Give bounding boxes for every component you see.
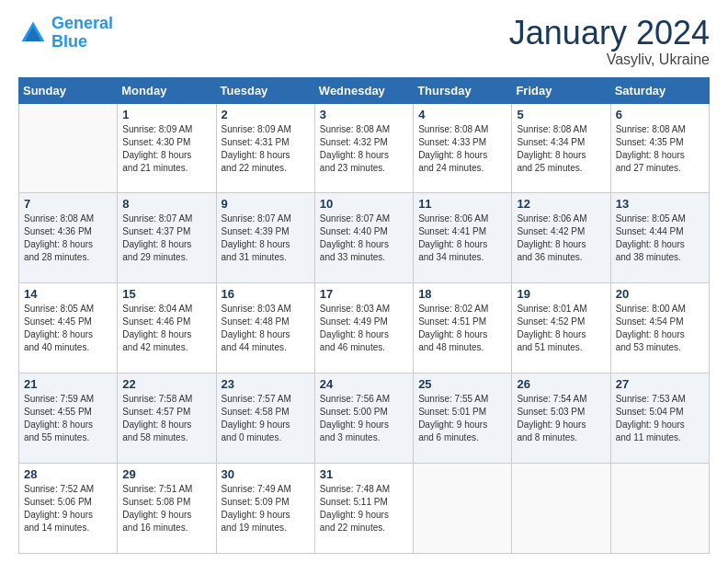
calendar-cell: 21Sunrise: 7:59 AM Sunset: 4:55 PM Dayli… [19, 373, 118, 464]
week-row-2: 7Sunrise: 8:08 AM Sunset: 4:36 PM Daylig… [19, 193, 710, 283]
day-info: Sunrise: 8:05 AM Sunset: 4:45 PM Dayligh… [24, 303, 112, 354]
calendar-cell: 3Sunrise: 8:08 AM Sunset: 4:32 PM Daylig… [314, 103, 413, 193]
day-number: 22 [122, 377, 210, 391]
calendar-cell: 25Sunrise: 7:55 AM Sunset: 5:01 PM Dayli… [414, 373, 512, 464]
calendar-cell: 1Sunrise: 8:09 AM Sunset: 4:30 PM Daylig… [118, 103, 216, 193]
day-number: 17 [320, 287, 408, 301]
calendar-cell: 14Sunrise: 8:05 AM Sunset: 4:45 PM Dayli… [19, 283, 118, 373]
day-number: 25 [418, 377, 506, 391]
calendar-cell [610, 464, 709, 554]
logo-text: General Blue [51, 15, 113, 52]
day-number: 18 [418, 287, 506, 301]
day-info: Sunrise: 8:04 AM Sunset: 4:46 PM Dayligh… [122, 303, 210, 354]
day-info: Sunrise: 7:56 AM Sunset: 5:00 PM Dayligh… [320, 393, 408, 444]
day-number: 1 [122, 108, 210, 121]
calendar-cell: 20Sunrise: 8:00 AM Sunset: 4:54 PM Dayli… [610, 283, 709, 373]
day-info: Sunrise: 8:03 AM Sunset: 4:49 PM Dayligh… [320, 303, 408, 354]
day-info: Sunrise: 7:58 AM Sunset: 4:57 PM Dayligh… [122, 393, 210, 444]
day-info: Sunrise: 7:48 AM Sunset: 5:11 PM Dayligh… [320, 483, 408, 534]
day-number: 27 [616, 377, 704, 391]
day-number: 29 [122, 467, 210, 481]
logo-line1: General [51, 14, 113, 32]
day-number: 3 [320, 108, 408, 121]
calendar-cell: 4Sunrise: 8:08 AM Sunset: 4:33 PM Daylig… [414, 103, 512, 193]
day-info: Sunrise: 8:06 AM Sunset: 4:41 PM Dayligh… [418, 213, 506, 264]
calendar-cell: 11Sunrise: 8:06 AM Sunset: 4:41 PM Dayli… [414, 193, 512, 283]
logo-line2: Blue [51, 32, 87, 51]
day-info: Sunrise: 8:09 AM Sunset: 4:30 PM Dayligh… [122, 123, 210, 175]
col-thursday: Thursday [414, 77, 512, 103]
day-number: 5 [517, 108, 605, 121]
day-info: Sunrise: 7:59 AM Sunset: 4:55 PM Dayligh… [24, 393, 112, 444]
day-number: 24 [320, 377, 408, 391]
day-info: Sunrise: 8:07 AM Sunset: 4:37 PM Dayligh… [122, 213, 210, 264]
day-info: Sunrise: 8:08 AM Sunset: 4:34 PM Dayligh… [517, 123, 605, 175]
day-number: 13 [616, 197, 704, 211]
calendar-cell: 22Sunrise: 7:58 AM Sunset: 4:57 PM Dayli… [118, 373, 216, 464]
calendar-cell: 12Sunrise: 8:06 AM Sunset: 4:42 PM Dayli… [512, 193, 610, 283]
day-info: Sunrise: 7:55 AM Sunset: 5:01 PM Dayligh… [418, 393, 506, 444]
logo: General Blue [18, 15, 113, 52]
calendar-cell: 8Sunrise: 8:07 AM Sunset: 4:37 PM Daylig… [118, 193, 216, 283]
day-number: 11 [418, 197, 506, 211]
subtitle: Vasyliv, Ukraine [509, 52, 710, 68]
calendar-cell: 16Sunrise: 8:03 AM Sunset: 4:48 PM Dayli… [216, 283, 314, 373]
day-number: 20 [616, 287, 704, 301]
week-row-4: 21Sunrise: 7:59 AM Sunset: 4:55 PM Dayli… [19, 373, 710, 464]
calendar-cell: 7Sunrise: 8:08 AM Sunset: 4:36 PM Daylig… [19, 193, 118, 283]
day-number: 28 [24, 467, 112, 481]
day-number: 14 [24, 287, 112, 301]
calendar-cell: 27Sunrise: 7:53 AM Sunset: 5:04 PM Dayli… [610, 373, 709, 464]
calendar-cell: 29Sunrise: 7:51 AM Sunset: 5:08 PM Dayli… [118, 464, 216, 554]
col-tuesday: Tuesday [216, 77, 314, 103]
day-number: 26 [517, 377, 605, 391]
day-info: Sunrise: 8:07 AM Sunset: 4:40 PM Dayligh… [320, 213, 408, 264]
day-number: 9 [222, 197, 310, 211]
calendar-cell: 23Sunrise: 7:57 AM Sunset: 4:58 PM Dayli… [216, 373, 314, 464]
calendar-cell [512, 464, 610, 554]
calendar-cell [19, 103, 118, 193]
day-info: Sunrise: 8:09 AM Sunset: 4:31 PM Dayligh… [222, 123, 310, 175]
calendar-cell: 10Sunrise: 8:07 AM Sunset: 4:40 PM Dayli… [314, 193, 413, 283]
day-info: Sunrise: 7:57 AM Sunset: 4:58 PM Dayligh… [222, 393, 310, 444]
calendar-table: Sunday Monday Tuesday Wednesday Thursday… [18, 77, 710, 554]
calendar-cell: 28Sunrise: 7:52 AM Sunset: 5:06 PM Dayli… [19, 464, 118, 554]
logo-icon [18, 18, 48, 48]
title-block: January 2024 Vasyliv, Ukraine [509, 15, 710, 68]
day-number: 15 [122, 287, 210, 301]
day-number: 7 [24, 197, 112, 211]
day-number: 19 [517, 287, 605, 301]
day-info: Sunrise: 8:08 AM Sunset: 4:36 PM Dayligh… [24, 213, 112, 264]
day-number: 23 [222, 377, 310, 391]
calendar-cell: 13Sunrise: 8:05 AM Sunset: 4:44 PM Dayli… [610, 193, 709, 283]
col-saturday: Saturday [610, 77, 709, 103]
day-info: Sunrise: 7:52 AM Sunset: 5:06 PM Dayligh… [24, 483, 112, 534]
header: General Blue January 2024 Vasyliv, Ukrai… [18, 15, 710, 68]
day-info: Sunrise: 8:08 AM Sunset: 4:32 PM Dayligh… [320, 123, 408, 175]
day-number: 31 [320, 467, 408, 481]
week-row-3: 14Sunrise: 8:05 AM Sunset: 4:45 PM Dayli… [19, 283, 710, 373]
week-row-5: 28Sunrise: 7:52 AM Sunset: 5:06 PM Dayli… [19, 464, 710, 554]
day-info: Sunrise: 8:07 AM Sunset: 4:39 PM Dayligh… [222, 213, 310, 264]
calendar-cell: 2Sunrise: 8:09 AM Sunset: 4:31 PM Daylig… [216, 103, 314, 193]
calendar-cell: 17Sunrise: 8:03 AM Sunset: 4:49 PM Dayli… [314, 283, 413, 373]
day-number: 21 [24, 377, 112, 391]
main-title: January 2024 [509, 15, 710, 52]
day-info: Sunrise: 8:06 AM Sunset: 4:42 PM Dayligh… [517, 213, 605, 264]
calendar-cell: 9Sunrise: 8:07 AM Sunset: 4:39 PM Daylig… [216, 193, 314, 283]
calendar-body: 1Sunrise: 8:09 AM Sunset: 4:30 PM Daylig… [19, 103, 710, 553]
week-row-1: 1Sunrise: 8:09 AM Sunset: 4:30 PM Daylig… [19, 103, 710, 193]
day-info: Sunrise: 8:05 AM Sunset: 4:44 PM Dayligh… [616, 213, 704, 264]
day-info: Sunrise: 8:03 AM Sunset: 4:48 PM Dayligh… [222, 303, 310, 354]
day-number: 30 [222, 467, 310, 481]
day-info: Sunrise: 8:00 AM Sunset: 4:54 PM Dayligh… [616, 303, 704, 354]
day-info: Sunrise: 8:02 AM Sunset: 4:51 PM Dayligh… [418, 303, 506, 354]
calendar-cell: 5Sunrise: 8:08 AM Sunset: 4:34 PM Daylig… [512, 103, 610, 193]
calendar-cell: 31Sunrise: 7:48 AM Sunset: 5:11 PM Dayli… [314, 464, 413, 554]
day-info: Sunrise: 7:54 AM Sunset: 5:03 PM Dayligh… [517, 393, 605, 444]
col-sunday: Sunday [19, 77, 118, 103]
calendar-cell: 15Sunrise: 8:04 AM Sunset: 4:46 PM Dayli… [118, 283, 216, 373]
day-info: Sunrise: 7:53 AM Sunset: 5:04 PM Dayligh… [616, 393, 704, 444]
calendar-cell [414, 464, 512, 554]
day-number: 10 [320, 197, 408, 211]
